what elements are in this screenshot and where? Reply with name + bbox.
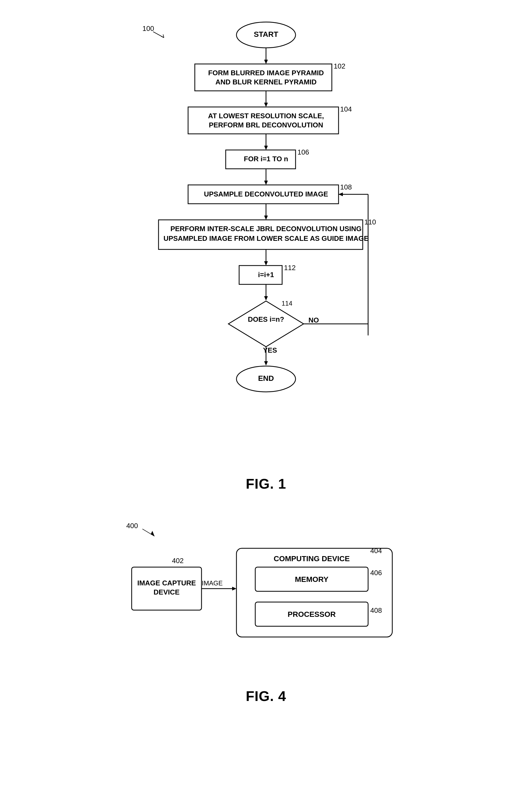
svg-marker-36 (232, 587, 236, 590)
ref-100: 100 (142, 24, 154, 33)
ref106: 106 (298, 148, 309, 156)
ref102: 102 (334, 62, 345, 70)
svg-marker-19 (264, 215, 268, 220)
fig1-container: 100 START FORM BLURRED IMAGE PYRAMID AND… (132, 16, 400, 492)
ref114: 114 (282, 300, 292, 307)
ref108: 108 (340, 183, 352, 191)
svg-marker-30 (264, 361, 268, 365)
svg-marker-14 (264, 181, 268, 185)
step114-q: DOES i=n? (248, 315, 284, 323)
step108: UPSAMPLE DECONVOLUTED IMAGE (204, 190, 328, 198)
fig4-diagram: 400 IMAGE CAPTURE DEVICE 402 IMAGE COMPU… (118, 513, 414, 680)
svg-marker-25 (264, 296, 268, 301)
processor-label: PROCESSOR (288, 610, 336, 619)
step102-line2: AND BLUR KERNEL PYRAMID (215, 78, 317, 86)
fig1-flowchart: 100 START FORM BLURRED IMAGE PYRAMID AND… (134, 16, 398, 468)
ref402: 402 (172, 557, 184, 565)
svg-marker-26 (228, 301, 304, 347)
no-label: NO (308, 316, 319, 324)
page: 100 START FORM BLURRED IMAGE PYRAMID AND… (0, 0, 532, 791)
svg-marker-28 (339, 192, 343, 196)
ref112: 112 (284, 264, 296, 272)
step110-line1: PERFORM INTER-SCALE JBRL DECONVOLUTION U… (170, 225, 362, 233)
step112: i=i+1 (258, 271, 274, 279)
fig4-container: 400 IMAGE CAPTURE DEVICE 402 IMAGE COMPU… (105, 513, 427, 704)
step104-line2: PERFORM BRL DECONVOLUTION (209, 121, 323, 129)
ref104: 104 (340, 105, 352, 113)
step110-line2: UPSAMPLED IMAGE FROM LOWER SCALE AS GUID… (163, 234, 368, 242)
fig4-title: FIG. 4 (105, 688, 427, 704)
step102-line1: FORM BLURRED IMAGE PYRAMID (208, 69, 324, 77)
memory-label: MEMORY (295, 575, 329, 584)
svg-marker-22 (264, 261, 268, 266)
ref406: 406 (370, 569, 382, 577)
svg-marker-5 (264, 60, 268, 64)
end-label: END (258, 374, 274, 382)
ref408: 408 (370, 606, 382, 615)
image-capture-line2: DEVICE (154, 588, 180, 596)
ref110: 110 (364, 218, 376, 226)
svg-marker-33 (151, 531, 154, 536)
ref404: 404 (370, 547, 382, 555)
step104-line1: AT LOWEST RESOLUTION SCALE, (208, 112, 324, 120)
svg-marker-8 (264, 103, 268, 107)
step106: FOR i=1 TO n (244, 155, 288, 163)
yes-label: YES (263, 346, 277, 354)
svg-rect-9 (188, 107, 339, 134)
ref-400: 400 (126, 522, 138, 530)
fig1-title: FIG. 1 (132, 476, 400, 492)
start-label: START (254, 30, 278, 38)
image-arrow-label: IMAGE (202, 580, 223, 587)
computing-device-label: COMPUTING DEVICE (273, 554, 349, 563)
svg-marker-11 (264, 146, 268, 150)
image-capture-line1: IMAGE CAPTURE (137, 579, 196, 587)
svg-rect-6 (195, 64, 332, 91)
